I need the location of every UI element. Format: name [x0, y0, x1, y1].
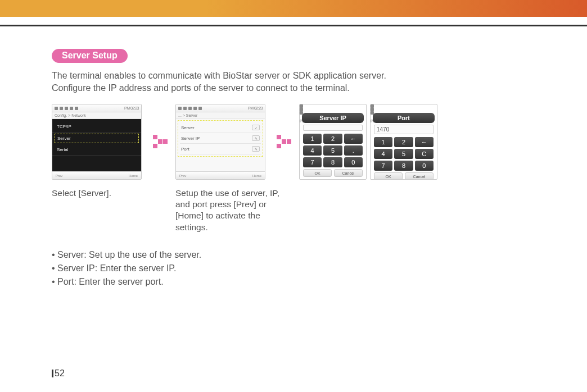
- key-7[interactable]: 7: [303, 157, 322, 167]
- status-icon: [75, 107, 78, 110]
- key-c[interactable]: C: [415, 149, 434, 159]
- breadcrumb: Config. > Network: [52, 112, 141, 119]
- status-bar: PM 02:23: [52, 104, 141, 112]
- step-row: PM 02:23 Config. > Network TCP/IP Server…: [52, 104, 535, 233]
- header-band: [0, 0, 587, 17]
- key-2[interactable]: 2: [323, 134, 342, 144]
- keypad-input[interactable]: 1470: [374, 125, 434, 134]
- status-icon: [178, 107, 182, 110]
- status-icon: [70, 107, 73, 110]
- page-content: Server Setup The terminal enables to com…: [0, 26, 587, 287]
- footer-home[interactable]: Home: [129, 174, 138, 177]
- section-intro: The terminal enables to communicate with…: [52, 70, 535, 94]
- status-time: PM 02:23: [124, 106, 139, 110]
- key-8[interactable]: 8: [394, 161, 413, 171]
- intro-line-1: The terminal enables to communicate with…: [52, 71, 386, 80]
- server-list: Server ✓ Server IP ✎ Port ✎: [176, 119, 265, 171]
- keypad-port: PM 02:23 Port 1470 1 2 ← 4 5 C 7 8 0 OK: [370, 104, 437, 180]
- key-7[interactable]: 7: [374, 161, 392, 171]
- keypad-input[interactable]: [303, 125, 363, 131]
- server-item-group: Server ✓ Server IP ✎ Port ✎: [178, 120, 263, 157]
- status-icon: [198, 107, 202, 110]
- bullet-list: Server: Set up the use of the server. Se…: [52, 250, 535, 287]
- keypad-serverip: PM 02:23 Server IP 1 2 ← 4 5 . 7 8 0 OK: [299, 104, 367, 180]
- page-number-bar: [52, 370, 53, 377]
- footer-prev[interactable]: Prev: [179, 174, 186, 177]
- ok-button[interactable]: OK: [374, 172, 403, 180]
- status-icon: [65, 107, 68, 110]
- server-ip-row[interactable]: Server IP ✎: [180, 133, 261, 144]
- port-row[interactable]: Port ✎: [180, 144, 261, 154]
- arrow-1: [153, 104, 170, 148]
- keypad-title: Server IP: [302, 113, 364, 123]
- status-icon: [183, 107, 187, 110]
- device-footer: Prev Home: [176, 171, 265, 179]
- key-4[interactable]: 4: [374, 149, 392, 159]
- key-1[interactable]: 1: [374, 137, 392, 147]
- menu-item-server[interactable]: Server: [55, 134, 139, 143]
- key-2[interactable]: 2: [394, 137, 413, 147]
- step2-column: PM 02:23 ... > Server Server ✓ Server IP…: [175, 104, 271, 233]
- step1-column: PM 02:23 Config. > Network TCP/IP Server…: [52, 104, 147, 199]
- intro-line-2: Configure the IP address and ports of th…: [52, 83, 350, 93]
- menu-item-serial[interactable]: Serial: [52, 144, 141, 156]
- key-4[interactable]: 4: [303, 145, 322, 156]
- status-bar: PM 02:23: [176, 104, 265, 112]
- edit-icon[interactable]: ✎: [252, 146, 260, 152]
- bullet-port: Port: Enter the server port.: [52, 277, 535, 287]
- step2-caption: Setup the use of server, IP, and port pr…: [175, 188, 288, 233]
- toggle-icon[interactable]: ✓: [252, 125, 260, 130]
- footer-home[interactable]: Home: [252, 174, 261, 177]
- page-number: 52: [52, 368, 65, 379]
- edit-icon[interactable]: ✎: [252, 135, 260, 141]
- bullet-server-ip: Server IP: Enter the server IP.: [52, 263, 535, 274]
- status-icon: [193, 107, 197, 110]
- key-dot[interactable]: .: [344, 145, 363, 156]
- key-back[interactable]: ←: [415, 137, 434, 147]
- server-ip-label: Server IP: [181, 136, 200, 141]
- key-1[interactable]: 1: [303, 134, 322, 144]
- status-icon: [188, 107, 192, 110]
- server-toggle-row[interactable]: Server ✓: [180, 122, 261, 133]
- key-back[interactable]: ←: [344, 134, 363, 144]
- server-label: Server: [181, 125, 195, 130]
- section-title-pill: Server Setup: [52, 49, 128, 63]
- device-screenshot-2: PM 02:23 ... > Server Server ✓ Server IP…: [175, 104, 265, 180]
- keypad-buttons: OK Cancel: [371, 172, 437, 180]
- menu-list: TCP/IP Server Serial: [52, 119, 141, 171]
- page-number-value: 52: [55, 368, 65, 378]
- key-0[interactable]: 0: [415, 161, 434, 171]
- keypad-pair: PM 02:23 Server IP 1 2 ← 4 5 . 7 8 0 OK: [299, 104, 437, 180]
- key-8[interactable]: 8: [323, 157, 342, 167]
- status-bar: PM 02:23: [300, 104, 366, 111]
- keypad-grid: 1 2 ← 4 5 . 7 8 0: [300, 133, 366, 169]
- device-footer: Prev Home: [52, 171, 141, 179]
- keypad-buttons: OK Cancel: [300, 169, 366, 179]
- keypad-title: Port: [373, 113, 435, 123]
- bullet-server: Server: Set up the use of the server.: [52, 250, 535, 260]
- arrow-2: [277, 104, 294, 148]
- footer-prev[interactable]: Prev: [56, 174, 62, 177]
- key-0[interactable]: 0: [344, 157, 363, 167]
- keypad-grid: 1 2 ← 4 5 C 7 8 0: [371, 136, 437, 172]
- key-5[interactable]: 5: [394, 149, 413, 159]
- status-icon: [55, 107, 58, 110]
- device-screenshot-1: PM 02:23 Config. > Network TCP/IP Server…: [52, 104, 142, 180]
- key-5[interactable]: 5: [323, 145, 342, 156]
- port-label: Port: [181, 147, 189, 152]
- breadcrumb: ... > Server: [176, 112, 265, 119]
- status-icon: [60, 107, 63, 110]
- status-bar: PM 02:23: [371, 104, 437, 111]
- ok-button[interactable]: OK: [303, 169, 332, 177]
- step1-caption: Select [Server].: [52, 188, 156, 199]
- menu-item-tcpip[interactable]: TCP/IP: [52, 121, 141, 133]
- cancel-button[interactable]: Cancel: [405, 172, 434, 180]
- cancel-button[interactable]: Cancel: [334, 169, 363, 177]
- status-time: PM 02:23: [248, 106, 263, 110]
